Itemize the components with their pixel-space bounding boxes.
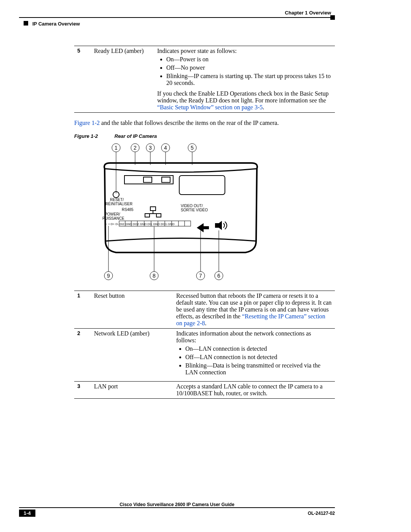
row-intro: Indicates information about the network … xyxy=(176,330,332,344)
callout-6: 6 xyxy=(217,273,220,279)
bullet-list: On—LAN connection is detected Off—LAN co… xyxy=(176,345,332,376)
page-footer: Cisco Video Surveillance 2600 IP Camera … xyxy=(19,502,335,517)
svg-rect-11 xyxy=(143,177,152,182)
footer-document-title: Cisco Video Surveillance 2600 IP Camera … xyxy=(19,502,335,507)
rear-camera-diagram: 1 2 3 4 5 xyxy=(101,142,261,283)
callout-8: 8 xyxy=(153,273,156,279)
row-number: 1 xyxy=(74,291,91,329)
svg-rect-18 xyxy=(145,214,150,217)
svg-rect-15 xyxy=(150,207,156,211)
document-page: Chapter 1 Overview IP Camera Overview 5 … xyxy=(0,0,411,532)
svg-rect-13 xyxy=(179,176,225,195)
table-row: 2 Network LED (amber) Indicates informat… xyxy=(74,329,335,382)
row-label: LAN port xyxy=(91,382,173,399)
label-video2: SORTIE VIDÉO xyxy=(181,208,208,212)
row-intro: Indicates power state as follows: xyxy=(157,48,332,54)
row-description: Indicates power state as follows: On—Pow… xyxy=(154,46,335,113)
table-row: 5 Ready LED (amber) Indicates power stat… xyxy=(74,46,335,113)
page-content: 5 Ready LED (amber) Indicates power stat… xyxy=(74,46,335,399)
callout-4: 4 xyxy=(164,145,167,151)
row-description: Recessed button that reboots the IP came… xyxy=(173,291,335,329)
cross-ref-link[interactable]: “Basic Setup Window” section on page 3-5 xyxy=(157,104,263,110)
figure-ref-link[interactable]: Figure 1-2 xyxy=(74,120,100,126)
note-text: If you check the Enable LED Operations c… xyxy=(157,90,329,104)
list-item: Off—LAN connection is not detected xyxy=(185,354,332,361)
svg-rect-12 xyxy=(162,177,170,182)
chapter-label: Chapter 1 Overview xyxy=(285,10,331,16)
header-marker-box xyxy=(330,15,335,20)
row-number: 2 xyxy=(74,329,91,382)
figure-intro-para: Figure 1-2 and the table that follows de… xyxy=(74,120,335,126)
note-text-end: . xyxy=(263,104,264,110)
row-label: Reset button xyxy=(91,291,173,329)
row-description: Indicates information about the network … xyxy=(173,329,335,382)
callout-3: 3 xyxy=(149,145,152,151)
table-rear-items: 1 Reset button Recessed button that rebo… xyxy=(74,291,335,399)
callout-2: 2 xyxy=(134,145,137,151)
svg-rect-19 xyxy=(156,214,161,217)
figure-number: Figure 1-2 xyxy=(74,133,98,139)
page-number-badge: 1-4 xyxy=(19,510,35,517)
figure-title: Rear of IP Camera xyxy=(115,133,157,139)
label-terminal-pins: − + D+ D- DI2 GND DO2 GND DI1 GND DO1 GN… xyxy=(105,222,175,226)
section-label: IP Camera Overview xyxy=(32,21,80,27)
desc-text-end: . xyxy=(205,320,207,326)
row-note: If you check the Enable LED Operations c… xyxy=(157,90,332,111)
list-item: Off—No power xyxy=(166,64,332,71)
table-row: 1 Reset button Recessed button that rebo… xyxy=(74,291,335,329)
footer-rule xyxy=(19,507,335,508)
label-rs485: RS485 xyxy=(122,208,134,212)
callout-9: 9 xyxy=(107,273,110,279)
list-item: Blinking—IP camera is starting up. The s… xyxy=(166,73,332,86)
label-video1: VIDEO OUT/ xyxy=(181,204,203,208)
bullet-list: On—Power is on Off—No power Blinking—IP … xyxy=(157,56,332,86)
label-power2: PUISSANCE xyxy=(102,216,124,220)
label-reset2: RÉINITIALISER xyxy=(105,201,132,206)
figure-caption: Figure 1-2 Rear of IP Camera xyxy=(74,133,335,139)
row-number: 5 xyxy=(74,46,91,113)
label-reset1: RESET/ xyxy=(110,198,124,202)
footer-doc-number: OL-24127-02 xyxy=(308,511,335,516)
row-description: Accepts a standard LAN cable to connect … xyxy=(173,382,335,399)
list-item: Blinking—Data is being transmitted or re… xyxy=(185,362,332,376)
figure-intro-text: and the table that follows describe the … xyxy=(100,120,279,126)
section-marker-box xyxy=(24,21,28,26)
row-label: Network LED (amber) xyxy=(91,329,173,382)
callout-5: 5 xyxy=(191,145,194,151)
callout-7: 7 xyxy=(199,273,202,279)
label-power1: POWER/ xyxy=(105,212,120,216)
row-number: 3 xyxy=(74,382,91,399)
row-label: Ready LED (amber) xyxy=(91,46,154,113)
list-item: On—Power is on xyxy=(166,56,332,63)
list-item: On—LAN connection is detected xyxy=(185,345,332,352)
table-front-continued: 5 Ready LED (amber) Indicates power stat… xyxy=(74,46,335,113)
callout-1: 1 xyxy=(115,145,118,151)
table-row: 3 LAN port Accepts a standard LAN cable … xyxy=(74,382,335,399)
header-rule xyxy=(19,17,335,18)
